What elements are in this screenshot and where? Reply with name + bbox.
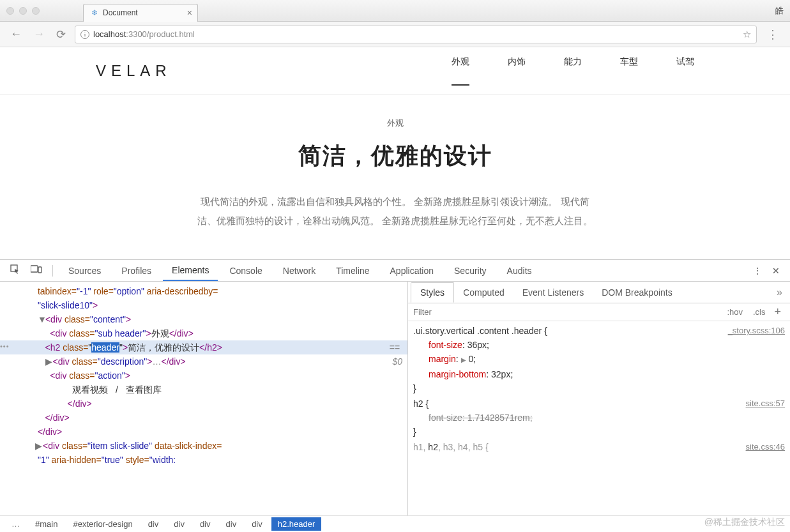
url-host: localhost [93, 29, 126, 39]
nav-link-exterior[interactable]: 外观 [452, 56, 469, 86]
section-description: 现代简洁的外观，流露出自信和独具风格的个性。 全新路虎揽胜星脉引领设计潮流。 现… [197, 192, 593, 231]
forward-button[interactable]: → [31, 27, 47, 41]
bookmark-icon[interactable]: ☆ [743, 29, 751, 40]
address-bar[interactable]: i localhost:3300/product.html ☆ [75, 26, 757, 43]
site-nav: 外观 内饰 能力 车型 试驾 [452, 56, 694, 86]
rule-source-link[interactable]: _story.scss:106 [728, 324, 785, 338]
devtools-close-icon[interactable]: ✕ [768, 266, 784, 276]
section-heading: 简洁，优雅的设计 [0, 141, 790, 172]
rule-source-link[interactable]: site.css:46 [746, 440, 785, 454]
styles-filter-row: :hov .cls + [408, 303, 790, 321]
gutter-dots-icon: ••• [0, 339, 10, 353]
crumb-div[interactable]: div [220, 517, 243, 531]
watermark: @稀土掘金技术社区 [704, 517, 785, 528]
styles-tab-listeners[interactable]: Event Listeners [513, 283, 593, 302]
tab-application[interactable]: Application [381, 261, 443, 280]
crumb-exterior[interactable]: #exterior-design [66, 517, 139, 531]
profile-label: 皓 [775, 5, 784, 17]
tab-security[interactable]: Security [445, 261, 496, 280]
tab-network[interactable]: Network [274, 261, 324, 280]
site-info-icon[interactable]: i [80, 30, 89, 39]
browser-menu-icon[interactable]: ⋮ [763, 27, 782, 42]
section-sub-header: 外观 [0, 118, 790, 129]
maximize-window-icon[interactable] [32, 7, 40, 15]
styles-tab-styles[interactable]: Styles [411, 282, 454, 303]
browser-toolbar: ← → ⟳ i localhost:3300/product.html ☆ ⋮ [0, 22, 790, 47]
styles-tabbar: Styles Computed Event Listeners DOM Brea… [408, 282, 790, 303]
webpage-viewport: VELAR 外观 内饰 能力 车型 试驾 外观 简洁，优雅的设计 现代简洁的外观… [0, 47, 790, 259]
tab-timeline[interactable]: Timeline [327, 261, 378, 280]
tab-audits[interactable]: Audits [498, 261, 541, 280]
rule-source-link[interactable]: site.css:57 [746, 397, 785, 411]
browser-tab[interactable]: ❄ Document × [83, 4, 198, 22]
elements-tree[interactable]: ••• tabindex="-1" role="option" aria-des… [0, 282, 407, 515]
page-content: 外观 简洁，优雅的设计 现代简洁的外观，流露出自信和独具风格的个性。 全新路虎揽… [0, 95, 790, 253]
crumb-main[interactable]: #main [29, 517, 64, 531]
styles-panel: Styles Computed Event Listeners DOM Brea… [407, 282, 790, 515]
inspect-icon[interactable] [6, 264, 24, 277]
devtools-tabbar: Sources Profiles Elements Console Networ… [0, 260, 790, 282]
site-logo[interactable]: VELAR [96, 62, 172, 80]
nav-link-models[interactable]: 车型 [620, 56, 638, 86]
cls-toggle[interactable]: .cls [748, 307, 771, 317]
styles-filter-input[interactable] [413, 307, 722, 317]
tab-console[interactable]: Console [220, 261, 271, 280]
traffic-lights [6, 7, 40, 15]
svg-rect-1 [31, 266, 38, 272]
new-rule-icon[interactable]: + [770, 305, 785, 319]
device-toggle-icon[interactable] [27, 265, 46, 276]
reload-button[interactable]: ⟳ [54, 27, 68, 42]
css-rules[interactable]: _story.scss:106 .ui.story.vertical .cont… [408, 321, 790, 515]
elements-breadcrumb: … #main #exterior-design div div div div… [0, 515, 790, 532]
close-window-icon[interactable] [6, 7, 14, 15]
tab-profiles[interactable]: Profiles [112, 261, 160, 280]
tab-title: Document [103, 8, 138, 17]
window-titlebar: ❄ Document × 皓 [0, 0, 790, 22]
nav-link-capability[interactable]: 能力 [564, 56, 582, 86]
devtools-menu-icon[interactable]: ⋮ [749, 266, 766, 276]
crumb-div[interactable]: div [167, 517, 191, 531]
crumb-div[interactable]: div [142, 517, 165, 531]
favicon-icon: ❄ [90, 8, 99, 17]
nav-link-testdrive[interactable]: 试驾 [676, 56, 694, 86]
url-path: :3300/product.html [126, 29, 195, 39]
styles-more-icon[interactable]: » [771, 287, 787, 298]
minimize-window-icon[interactable] [19, 7, 27, 15]
styles-tab-computed[interactable]: Computed [454, 283, 513, 302]
site-header: VELAR 外观 内饰 能力 车型 试驾 [0, 47, 790, 95]
breadcrumb-overflow-icon[interactable]: … [5, 517, 26, 531]
crumb-div[interactable]: div [245, 517, 269, 531]
crumb-div[interactable]: div [194, 517, 217, 531]
nav-link-interior[interactable]: 内饰 [508, 56, 526, 86]
tab-close-icon[interactable]: × [187, 8, 192, 18]
tab-sources[interactable]: Sources [59, 261, 110, 280]
tab-elements[interactable]: Elements [163, 261, 218, 281]
hov-toggle[interactable]: :hov [722, 307, 748, 317]
styles-tab-dombreak[interactable]: DOM Breakpoints [593, 283, 681, 302]
crumb-h2-header[interactable]: h2.header [271, 517, 322, 531]
devtools-panel: Sources Profiles Elements Console Networ… [0, 259, 790, 532]
svg-rect-2 [38, 267, 42, 273]
back-button[interactable]: ← [8, 27, 24, 41]
